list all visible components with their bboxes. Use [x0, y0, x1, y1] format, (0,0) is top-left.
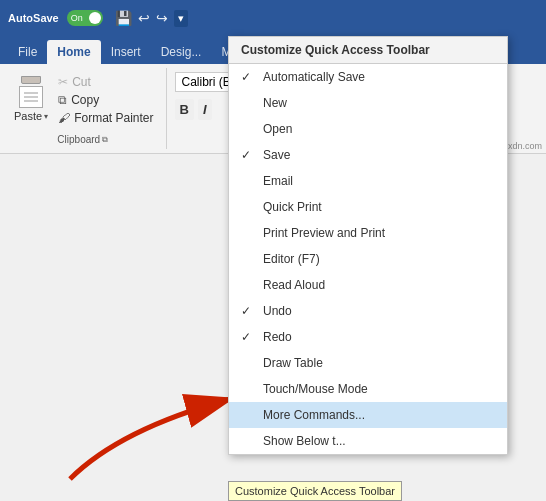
dropdown-item-save[interactable]: ✓ Save — [229, 142, 507, 168]
dropdown-item-drawtable[interactable]: Draw Table — [229, 350, 507, 376]
redo-icon[interactable]: ↪ — [156, 10, 168, 26]
cut-label: Cut — [72, 75, 91, 89]
dropdown-item-showbelow[interactable]: Show Below t... — [229, 428, 507, 454]
dropdown-item-morecommands[interactable]: More Commands... — [229, 402, 507, 428]
check-undo: ✓ — [241, 304, 257, 318]
dropdown-item-save-label: Save — [263, 148, 495, 162]
format-painter-label: Format Painter — [74, 111, 153, 125]
autosave-toggle[interactable]: On — [67, 10, 103, 26]
quick-access-dropdown[interactable]: ▾ — [174, 10, 188, 27]
paste-icon-lines — [24, 92, 38, 102]
copy-button[interactable]: ⧉ Copy — [56, 92, 155, 108]
paste-line-1 — [24, 92, 38, 94]
paste-label: Paste — [14, 110, 42, 122]
format-painter-button[interactable]: 🖌 Format Painter — [56, 110, 155, 126]
dropdown-item-email[interactable]: Email — [229, 168, 507, 194]
font-style-row: B I — [175, 99, 212, 120]
copy-label: Copy — [71, 93, 99, 107]
autosave-state: On — [71, 13, 83, 23]
dropdown-item-touchmode[interactable]: Touch/Mouse Mode — [229, 376, 507, 402]
autosave-knob — [89, 12, 101, 24]
cut-icon: ✂ — [58, 75, 68, 89]
dropdown-item-open-label: Open — [263, 122, 495, 136]
dropdown-item-open[interactable]: Open — [229, 116, 507, 142]
clipboard-label-text: Clipboard — [57, 134, 100, 145]
dropdown-item-drawtable-label: Draw Table — [263, 356, 495, 370]
paste-line-3 — [24, 100, 38, 102]
bold-button[interactable]: B — [175, 99, 194, 120]
tooltip: Customize Quick Access Toolbar — [228, 481, 402, 501]
check-save: ✓ — [241, 148, 257, 162]
dropdown-item-new-label: New — [263, 96, 495, 110]
cut-button[interactable]: ✂ Cut — [56, 74, 155, 90]
clipboard-expand-icon[interactable]: ⧉ — [102, 135, 108, 145]
arrow-indicator — [40, 309, 240, 501]
dropdown-item-autosave[interactable]: ✓ Automatically Save — [229, 64, 507, 90]
save-icon[interactable]: 💾 — [115, 10, 132, 26]
dropdown-item-new[interactable]: New — [229, 90, 507, 116]
autosave-label: AutoSave — [8, 12, 59, 24]
dropdown-item-autosave-label: Automatically Save — [263, 70, 495, 84]
quick-access-dropdown-menu: Customize Quick Access Toolbar ✓ Automat… — [228, 36, 508, 455]
paste-line-2 — [24, 96, 38, 98]
tab-design[interactable]: Desig... — [151, 40, 212, 64]
dropdown-item-morecommands-label: More Commands... — [263, 408, 495, 422]
title-bar-icons: 💾 ↩ ↪ ▾ — [115, 10, 188, 27]
format-painter-icon: 🖌 — [58, 111, 70, 125]
dropdown-item-editor[interactable]: Editor (F7) — [229, 246, 507, 272]
dropdown-item-readaloud[interactable]: Read Aloud — [229, 272, 507, 298]
dropdown-item-email-label: Email — [263, 174, 495, 188]
dropdown-item-quickprint-label: Quick Print — [263, 200, 495, 214]
paste-dropdown-arrow[interactable]: ▾ — [44, 112, 48, 121]
dropdown-item-redo-label: Redo — [263, 330, 495, 344]
undo-icon[interactable]: ↩ — [138, 10, 150, 26]
dropdown-item-undo-label: Undo — [263, 304, 495, 318]
check-redo: ✓ — [241, 330, 257, 344]
dropdown-item-printpreview-label: Print Preview and Print — [263, 226, 495, 240]
paste-button[interactable]: Paste ▾ — [10, 72, 52, 124]
dropdown-item-showbelow-label: Show Below t... — [263, 434, 495, 448]
tab-file[interactable]: File — [8, 40, 47, 64]
clipboard-secondary-icons: ✂ Cut ⧉ Copy 🖌 Format Painter — [56, 72, 155, 126]
tab-home[interactable]: Home — [47, 40, 100, 64]
dropdown-item-touchmode-label: Touch/Mouse Mode — [263, 382, 495, 396]
tab-insert[interactable]: Insert — [101, 40, 151, 64]
italic-button[interactable]: I — [198, 99, 212, 120]
dropdown-title: Customize Quick Access Toolbar — [229, 37, 507, 64]
clipboard-group-content: Paste ▾ ✂ Cut ⧉ Copy 🖌 Format Painter — [10, 72, 156, 132]
dropdown-item-redo[interactable]: ✓ Redo — [229, 324, 507, 350]
dropdown-item-readaloud-label: Read Aloud — [263, 278, 495, 292]
paste-icon-body — [19, 86, 43, 108]
dropdown-item-quickprint[interactable]: Quick Print — [229, 194, 507, 220]
title-bar: AutoSave On 💾 ↩ ↪ ▾ — [0, 0, 546, 36]
clipboard-group: Paste ▾ ✂ Cut ⧉ Copy 🖌 Format Painter — [0, 68, 167, 149]
paste-icon — [15, 74, 47, 110]
dropdown-item-editor-label: Editor (F7) — [263, 252, 495, 266]
clipboard-group-label: Clipboard ⧉ — [57, 132, 108, 145]
dropdown-item-undo[interactable]: ✓ Undo — [229, 298, 507, 324]
dropdown-item-printpreview[interactable]: Print Preview and Print — [229, 220, 507, 246]
check-autosave: ✓ — [241, 70, 257, 84]
copy-icon: ⧉ — [58, 93, 67, 107]
paste-icon-clip — [21, 76, 41, 84]
